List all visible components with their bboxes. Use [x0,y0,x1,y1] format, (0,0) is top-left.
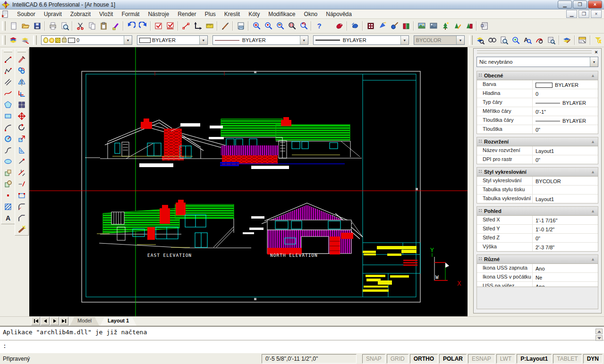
toggle-polar[interactable]: POLAR [439,354,467,364]
fillet-icon[interactable] [16,201,28,212]
property-value[interactable]: BYCOLOR [533,177,598,185]
zoom-scale-icon[interactable] [274,20,286,32]
view-detail-icon[interactable] [498,34,510,46]
selection-combo-arrow[interactable]: ▼ [590,57,598,67]
block-icon[interactable] [2,178,14,190]
open-icon[interactable] [19,20,31,32]
toggle-grid[interactable]: GRID [387,354,408,364]
property-value[interactable]: Ano [533,264,598,272]
property-value[interactable]: BYLAYER [533,98,598,107]
mirror-icon[interactable] [16,76,28,88]
properties-icon[interactable] [577,34,588,46]
cut-icon[interactable] [74,20,86,32]
section-header[interactable]: Styl vykreslování▲ [477,168,598,177]
collapse-icon[interactable]: ▲ [591,73,595,78]
restore-button[interactable]: ❐ [573,0,587,8]
first-tab-button[interactable] [31,317,40,325]
minimize-button[interactable]: ▁ [558,0,572,8]
explode-icon[interactable] [16,224,28,235]
format-painter-icon[interactable] [110,20,121,32]
print-preview-icon[interactable] [59,20,70,32]
selection-combo[interactable]: Nic nevybráno ▼ [476,57,598,67]
units-icon[interactable] [204,20,215,32]
next-tab-button[interactable] [50,317,59,325]
scale-icon[interactable] [16,133,28,144]
line-icon[interactable] [2,54,14,65]
property-value[interactable]: 1'-1 7/16" [533,216,598,224]
command-window[interactable]: Aplikace "archlib4m.dll" je již načtena … [0,326,604,353]
ellipse-icon[interactable] [2,156,14,167]
coordinates-display[interactable]: 0'-5 5/8",0'-11 1/2",0" [262,354,357,364]
menu-n-pov-da[interactable]: Nápověda [322,10,356,18]
mdi-restore-button[interactable]: ❐ [578,10,589,18]
layer-states-icon[interactable] [19,34,31,46]
break-icon[interactable] [16,156,28,167]
menu-form-t[interactable]: Formát [117,10,144,18]
plot-config-icon[interactable] [164,20,176,32]
color-combo-arrow[interactable]: ▼ [199,36,207,44]
toggle-tablet[interactable]: TABLET [553,354,581,364]
pan-icon[interactable] [235,20,247,32]
landscape-library-icon[interactable] [463,20,475,32]
print-icon[interactable] [47,20,59,32]
toggle-p-layout1[interactable]: P:Layout1 [517,354,552,364]
named-views-icon[interactable] [545,34,557,46]
toolbar-grip[interactable] [2,35,6,45]
lights-icon[interactable] [376,20,388,32]
image-icon[interactable] [416,20,427,32]
text-style-icon[interactable]: A [522,34,534,46]
property-value[interactable]: 0" [533,234,598,242]
zoom-previous-icon[interactable] [298,20,309,32]
toolbar-grip[interactable] [469,35,473,45]
toolbar-grip[interactable] [33,35,37,45]
collapse-icon[interactable]: ▲ [591,169,595,174]
property-value[interactable]: BYLAYER [533,116,598,125]
multiline-icon[interactable] [2,76,14,88]
toggle-snap[interactable]: SNAP [362,354,385,364]
layer-combo[interactable]: 0 ▼ [41,35,132,45]
copy-entities-icon[interactable] [16,65,28,76]
edit-points-icon[interactable] [16,190,28,201]
polyline-icon[interactable] [2,65,14,76]
zoom-dynamic-icon[interactable] [262,20,274,32]
linetype-combo-arrow[interactable]: ▼ [300,36,308,44]
move-icon[interactable] [16,110,28,122]
mdi-close-button[interactable]: × [591,10,602,18]
render-library-icon[interactable] [400,20,412,32]
palette-close-icon[interactable]: × [593,49,599,55]
tab-layout-1[interactable]: Layout 1 [100,317,136,326]
toolbar-grip[interactable] [17,50,26,52]
lineweight-combo[interactable]: BYLAYER ▼ [313,35,409,45]
close-button[interactable]: × [588,0,602,8]
offset-icon[interactable] [16,88,28,99]
chamfer-icon[interactable] [16,212,28,224]
property-value[interactable]: 1'-0 1/2" [533,225,598,233]
sketch-icon[interactable] [2,88,14,99]
toggle-esnap[interactable]: ESNAP [468,354,495,364]
tab-model[interactable]: Model [70,317,99,326]
property-value[interactable]: Layout1 [533,146,598,155]
erase-icon[interactable] [16,54,28,65]
property-value[interactable]: 0 [533,89,598,98]
scroll-up-icon[interactable] [595,329,603,334]
document-icon[interactable] [1,10,9,18]
section-header[interactable]: Rozvržení▲ [477,137,598,146]
menu-modifikace[interactable]: Modifikace [264,10,299,18]
trim-icon[interactable] [16,167,28,178]
property-value[interactable]: 0" [533,155,598,164]
toggle-ortho[interactable]: ORTHO [410,354,438,364]
toolbar-grip[interactable] [4,50,12,52]
color-combo[interactable]: BYLAYER ▼ [137,35,208,45]
property-value[interactable]: 2'-3 7/8" [533,243,598,251]
arc-icon[interactable] [2,122,14,133]
menu-plus[interactable]: Plus [200,10,220,18]
last-tab-button[interactable] [60,317,68,325]
entity-snap-icon[interactable] [180,20,192,32]
property-value[interactable]: 0" [533,125,598,134]
array-icon[interactable] [16,99,28,110]
image-adjust-icon[interactable] [427,20,439,32]
property-value[interactable]: Ne [533,273,598,281]
property-value[interactable]: Layout1 [533,195,598,203]
spline-icon[interactable] [2,144,14,156]
toolbar-grip[interactable] [2,21,6,31]
